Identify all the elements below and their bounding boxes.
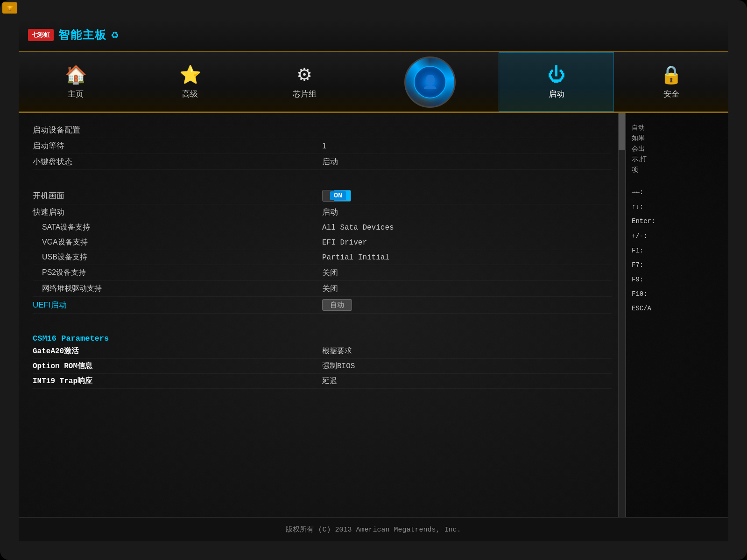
monitor-bezel: 🏆 七彩虹 智能主板 ♻ 🏠 主页 ⭐ 高级 ⚙ 芯片组 (0, 0, 747, 560)
setting-row: 启动设备配置 (33, 122, 612, 138)
logo-text: 智能主板 (58, 28, 107, 42)
fastboot-value: 启动 (322, 207, 338, 217)
uefi-toggle[interactable]: 自动 (322, 299, 352, 311)
nav-security[interactable]: 🔒 安全 (614, 52, 728, 112)
fastboot-label: 快速启动 (33, 207, 163, 217)
sidebar-key-f1: F1: (632, 245, 723, 257)
sidebar-key-arrows: →←: (632, 187, 723, 198)
boot-wait-label: 启动等待 (33, 140, 163, 151)
ps2-label: PS2设备支持 (33, 268, 163, 278)
scrollbar[interactable] (618, 113, 626, 517)
setting-row-fastboot[interactable]: 快速启动 启动 (33, 204, 612, 220)
nav-advanced[interactable]: ⭐ 高级 (133, 52, 247, 112)
boot-config-section: 启动设备配置 启动等待 1 小键盘状态 启动 (33, 122, 612, 170)
sata-label: SATA设备支持 (33, 223, 163, 232)
nav-boot[interactable]: ⏻ 启动 (499, 52, 614, 112)
sidebar-key-enter: Enter: (632, 216, 723, 227)
gatea20-value: 根据要求 (322, 346, 352, 356)
int19-value: 延迟 (322, 376, 337, 386)
setting-row-sata[interactable]: SATA设备支持 All Sata Devices (33, 220, 612, 235)
uefi-label: UEFI启动 (33, 300, 163, 310)
optionrom-value: 强制BIOS (322, 361, 355, 371)
nav-advanced-label: 高级 (182, 89, 198, 99)
nav-boot-label: 启动 (549, 89, 564, 99)
sata-value: All Sata Devices (322, 224, 394, 232)
csm16-section: CSM16 Parameters GateA20激活 根据要求 Option R… (33, 331, 612, 389)
sidebar-key-esc: ESC/A (632, 303, 723, 315)
sidebar-key-f9: F9: (632, 274, 723, 286)
setting-row-gatea20[interactable]: GateA20激活 根据要求 (33, 344, 612, 359)
boot-wait-value: 1 (322, 141, 326, 151)
lock-icon: 🔒 (660, 64, 682, 85)
network-label: 网络堆栈驱动支持 (33, 284, 163, 294)
nav-security-label: 安全 (663, 89, 679, 99)
usb-value: Partial Initial (322, 253, 389, 262)
logo-bar: 七彩虹 智能主板 ♻ (19, 19, 728, 52)
sidebar-help-text: 自动如果会出示,打项 (632, 122, 723, 175)
splash-label: 开机画面 (33, 190, 163, 201)
int19-label: INT19 Trap响应 (33, 376, 163, 386)
sidebar-key-updown: ↑↓: (632, 201, 723, 213)
spacer2 (33, 321, 612, 331)
nav-chipset[interactable]: ⚙ 芯片组 (247, 52, 362, 112)
uefi-auto-text: 自动 (330, 301, 344, 309)
network-value: 关闭 (322, 283, 338, 294)
sidebar-key-plusminus: +/-: (632, 231, 723, 242)
sidebar-key-f10: F10: (632, 288, 723, 300)
right-sidebar: 自动如果会出示,打项 →←: ↑↓: Enter: +/-: F1: F7: F… (626, 113, 728, 517)
numpad-value: 启动 (322, 156, 338, 167)
setting-row-network[interactable]: 网络堆栈驱动支持 关闭 (33, 281, 612, 297)
spacer (33, 177, 612, 188)
gatea20-label: GateA20激活 (33, 346, 163, 356)
footer-text: 版权所有 (C) 2013 American Megatrends, Inc. (286, 525, 461, 534)
setting-row-wait[interactable]: 启动等待 1 (33, 138, 612, 154)
brain-inner: 👤 (414, 66, 446, 98)
numpad-label: 小键盘状态 (33, 156, 163, 167)
vga-label: VGA设备支持 (33, 238, 163, 247)
footer: 版权所有 (C) 2013 American Megatrends, Inc. (19, 517, 728, 541)
setting-row-splash[interactable]: 开机画面 ON (33, 188, 612, 204)
usb-label: USB设备支持 (33, 252, 163, 262)
setting-row-int19[interactable]: INT19 Trap响应 延迟 (33, 374, 612, 389)
setting-row-numpad[interactable]: 小键盘状态 启动 (33, 154, 612, 170)
gear-icon: ⚙ (296, 64, 312, 85)
sidebar-key-f7: F7: (632, 259, 723, 271)
nav-bar: 🏠 主页 ⭐ 高级 ⚙ 芯片组 👤 ⏻ (19, 52, 728, 113)
home-icon: 🏠 (65, 64, 87, 85)
watermark-icon: 🏆 (2, 2, 17, 14)
nav-home-label: 主页 (68, 89, 84, 99)
display-section: 开机画面 ON 快速启动 启动 SATA设备支持 All Sata Device… (33, 188, 612, 314)
brain-face-icon: 👤 (422, 74, 438, 90)
setting-row-usb[interactable]: USB设备支持 Partial Initial (33, 250, 612, 265)
scrollbar-thumb[interactable] (619, 113, 625, 150)
boot-device-label: 启动设备配置 (33, 125, 163, 135)
setting-row-ps2[interactable]: PS2设备支持 关闭 (33, 265, 612, 281)
vga-value: EFI Driver (322, 238, 367, 247)
nav-brain-center[interactable]: 👤 (362, 52, 499, 112)
power-icon: ⏻ (548, 65, 565, 85)
setting-row-vga[interactable]: VGA设备支持 EFI Driver (33, 235, 612, 250)
optionrom-label: Option ROM信息 (33, 361, 163, 371)
nav-home[interactable]: 🏠 主页 (19, 52, 133, 112)
star-icon: ⭐ (179, 64, 201, 85)
setting-row-optionrom[interactable]: Option ROM信息 强制BIOS (33, 359, 612, 374)
setting-row-uefi[interactable]: UEFI启动 自动 (33, 297, 612, 314)
logo-badge: 七彩虹 (28, 29, 54, 41)
splash-toggle[interactable]: ON (322, 190, 351, 202)
left-panel: 启动设备配置 启动等待 1 小键盘状态 启动 开机画面 (19, 113, 626, 517)
toggle-on-part: ON (330, 191, 346, 200)
csm16-header: CSM16 Parameters (33, 331, 612, 344)
ps2-value: 关闭 (322, 267, 338, 278)
brain-graphic: 👤 (404, 56, 456, 108)
logo-refresh-icon: ♻ (111, 29, 119, 41)
main-content: 启动设备配置 启动等待 1 小键盘状态 启动 开机画面 (19, 113, 728, 517)
screen: 七彩虹 智能主板 ♻ 🏠 主页 ⭐ 高级 ⚙ 芯片组 (19, 19, 728, 541)
nav-chipset-label: 芯片组 (293, 89, 317, 99)
